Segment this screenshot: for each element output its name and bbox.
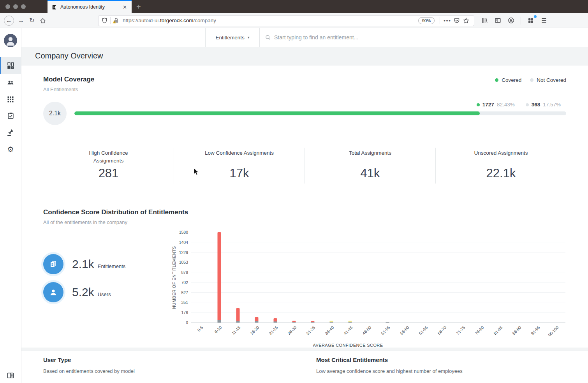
sidebar-item-identities[interactable] (0, 74, 21, 91)
bar-col-36-40: 36-40 (322, 232, 341, 323)
y-tick-1053: 1053 (179, 260, 191, 265)
summary-value: 5.2k (72, 286, 94, 299)
x-tick-11-15: 11-15 (231, 325, 241, 335)
page-title: Company Overview (35, 51, 103, 60)
legend-item-not-covered: Not Covered (530, 77, 566, 83)
stat-value: 22.1k (440, 166, 562, 180)
bar-col-31-35: 31-35 (303, 232, 322, 323)
main-content: Entitlements ▾ Company Overview M (21, 28, 588, 383)
stat-value: 17k (178, 166, 301, 180)
stat-col-1: Low Confidence Assignments17k (174, 148, 305, 184)
bar-26-30 (292, 321, 296, 323)
sidebar-item-entitlements[interactable] (0, 91, 21, 108)
model-coverage-title: Model Coverage (43, 76, 94, 83)
distribution-title: Confidence Score Distribution of Entitle… (43, 208, 566, 216)
overview-card: Model Coverage All Entitlements Covered … (21, 65, 588, 348)
bar-col-61-65: 61-65 (416, 232, 435, 323)
sidebar-item-dashboard[interactable] (0, 57, 21, 74)
account-icon[interactable] (506, 16, 516, 25)
clipboard-check-icon (7, 112, 14, 120)
bar-segment-unscored-base (236, 321, 240, 323)
coverage-progress-fill (74, 111, 480, 115)
sidebar-item-certifications[interactable] (0, 108, 21, 124)
url-bar[interactable]: https://autoid-ui.forgerock.com/company … (98, 15, 474, 26)
page-actions-icon[interactable]: ••• (443, 16, 452, 25)
bar-col-0-5: 0-5 (191, 232, 210, 323)
zoom-window-button[interactable] (21, 4, 26, 9)
bar-segment-unscored-base (274, 321, 277, 323)
y-tick-0: 0 (186, 320, 191, 325)
user-type-title: User Type (43, 357, 316, 363)
bar-col-46-50: 46-50 (359, 232, 378, 323)
url-text[interactable]: https://autoid-ui.forgerock.com/company (123, 18, 216, 23)
bar-36-40 (330, 321, 333, 323)
x-tick-81-85: 81-85 (493, 325, 503, 335)
sidebar-item-rules[interactable] (0, 124, 21, 141)
stat-col-0: High Confidence Assignments281 (43, 148, 174, 184)
entitlements-docs-icon (43, 254, 63, 274)
x-tick-16-20: 16-20 (249, 325, 260, 335)
library-icon[interactable] (480, 16, 489, 25)
bar-16-20 (255, 317, 259, 323)
new-tab-button[interactable]: + (132, 0, 146, 13)
refresh-button[interactable]: ↻ (26, 15, 37, 26)
legend-item-covered: Covered (495, 77, 521, 83)
book-panel-icon (7, 372, 14, 379)
tracking-protection-shield-icon[interactable] (102, 18, 107, 23)
x-tick-91-95: 91-95 (530, 325, 540, 335)
search-filter-label: Entitlements (216, 35, 245, 41)
grid-icon (7, 96, 14, 103)
search-filter-dropdown[interactable]: Entitlements ▾ (205, 28, 260, 47)
search-icon (265, 35, 271, 40)
bookmark-star-icon[interactable] (461, 16, 471, 25)
x-tick-71-75: 71-75 (455, 325, 466, 335)
most-critical-subtitle: Low average confidence score and highest… (316, 368, 588, 374)
menu-icon[interactable]: ☰ (539, 16, 549, 25)
x-tick-31-35: 31-35 (305, 325, 316, 335)
forward-button[interactable]: → (16, 15, 26, 26)
user-avatar[interactable] (4, 34, 17, 47)
browser-toolbar: ← → ↻ https://autoid-ui.forgerock.c (0, 13, 588, 28)
pocket-icon[interactable] (452, 16, 461, 25)
x-tick-96-100: 96-100 (547, 325, 560, 337)
connection-lock-icon[interactable] (113, 18, 119, 23)
bar-col-16-20: 16-20 (247, 232, 266, 323)
home-button[interactable] (37, 15, 48, 26)
tab-close-icon[interactable]: ✕ (122, 4, 128, 10)
bar-segment-unscored-base (386, 322, 389, 323)
toolbar-divider (521, 17, 521, 25)
bar-31-35 (311, 321, 315, 323)
sidebar-docs-button[interactable] (7, 372, 14, 379)
bar-segment-unscored-base (311, 322, 315, 323)
minimize-window-button[interactable] (13, 4, 18, 9)
sidebar-item-settings[interactable]: ⚙ (0, 141, 21, 158)
home-icon (40, 18, 46, 24)
close-window-button[interactable] (5, 4, 10, 9)
titlebar: Autonomous Identity ✕ + (0, 0, 588, 13)
not-covered-dot-icon (526, 103, 529, 106)
page-header: Company Overview (21, 47, 588, 65)
sidebars-icon[interactable] (493, 16, 502, 25)
y-tick-1404: 1404 (179, 240, 191, 245)
bar-segment-low-confidence (274, 318, 277, 321)
x-tick-41-45: 41-45 (343, 325, 353, 335)
summary-item-users: 5.2kUsers (43, 282, 172, 302)
back-button[interactable]: ← (4, 16, 14, 26)
extension-icon[interactable] (526, 16, 535, 25)
bar-segment-low-confidence (236, 308, 240, 321)
bar-6-10 (218, 232, 221, 323)
covered-count: 1727 82.43% (477, 102, 515, 108)
coverage-progress-track (74, 111, 566, 115)
not-covered-count: 368 17.57% (526, 102, 561, 108)
not-covered-dot-icon (530, 78, 533, 82)
search-input[interactable] (274, 34, 404, 41)
bar-col-91-95: 91-95 (528, 232, 547, 323)
browser-tab[interactable]: Autonomous Identity ✕ (48, 0, 132, 13)
browser-window: Autonomous Identity ✕ + ← → ↻ (0, 0, 588, 383)
bar-segment-low-confidence (218, 232, 221, 320)
users-icon (7, 79, 14, 86)
zoom-level-badge[interactable]: 90% (418, 17, 435, 24)
bar-21-25 (274, 318, 277, 323)
distribution-summary: 2.1kEntitlements5.2kUsers (43, 232, 172, 348)
gear-icon: ⚙ (7, 146, 14, 153)
